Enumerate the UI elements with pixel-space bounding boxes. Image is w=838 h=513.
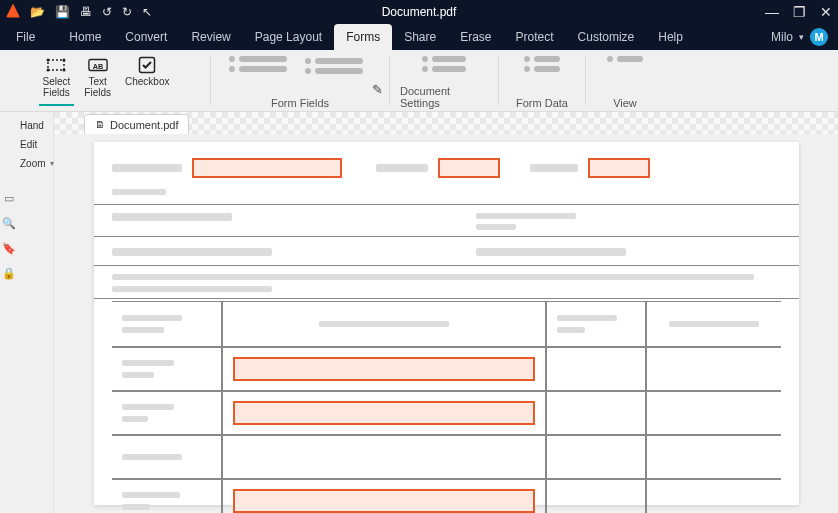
form-table — [112, 301, 781, 513]
table-header-cell — [222, 301, 546, 347]
ribbon: SelectFields AB TextFields Checkbox — [0, 50, 838, 112]
app-logo-icon — [6, 4, 20, 21]
menu-forms[interactable]: Forms — [334, 24, 392, 50]
window-controls: — ❐ ✕ — [765, 4, 832, 20]
svg-point-4 — [63, 69, 66, 72]
user-avatar[interactable]: M — [810, 28, 828, 46]
close-button[interactable]: ✕ — [820, 4, 832, 20]
ribbon-tools-section: SelectFields AB TextFields Checkbox — [6, 50, 206, 111]
bookmark-icon[interactable]: 🔖 — [2, 242, 16, 255]
table-cell — [222, 479, 546, 513]
table-cell — [222, 391, 546, 435]
table-cell — [546, 347, 646, 391]
ribbon-label-form-data: Form Data — [516, 97, 568, 109]
search-icon[interactable]: 🔍 — [2, 217, 16, 230]
table-cell — [112, 479, 222, 513]
table-cell — [646, 347, 781, 391]
workspace: 🗎 Document.pdf — [54, 112, 838, 513]
table-cell — [222, 347, 546, 391]
user-menu-caret-icon[interactable]: ▾ — [799, 32, 804, 42]
menu-protect[interactable]: Protect — [504, 24, 566, 50]
save-icon[interactable]: 💾 — [55, 5, 70, 19]
form-field-1[interactable] — [192, 158, 342, 178]
ribbon-form-data-section: Form Data — [503, 50, 581, 111]
menu-customize[interactable]: Customize — [566, 24, 647, 50]
svg-text:AB: AB — [92, 62, 103, 71]
checkbox-button[interactable]: Checkbox — [121, 54, 173, 100]
form-field-2[interactable] — [438, 158, 500, 178]
form-fields-list-icon[interactable] — [221, 54, 287, 74]
lock-icon[interactable]: 🔒 — [2, 267, 16, 280]
ribbon-doc-settings-section: Document Settings — [394, 50, 494, 111]
table-cell — [112, 347, 222, 391]
svg-point-3 — [47, 69, 50, 72]
sidebar-item-label: Hand — [20, 120, 44, 131]
document-tab-label: Document.pdf — [110, 119, 178, 131]
chevron-down-icon: ▾ — [50, 159, 54, 168]
page-thumb-icon[interactable]: ▭ — [4, 192, 14, 205]
menu-file[interactable]: File — [4, 24, 47, 50]
form-paragraph — [94, 266, 799, 299]
table-cell — [646, 435, 781, 479]
titlebar: 📂 💾 🖶 ↺ ↻ ↖ Document.pdf — ❐ ✕ — [0, 0, 838, 24]
minimize-button[interactable]: — — [765, 4, 779, 20]
ribbon-view-section: View — [590, 50, 660, 111]
pointer-icon[interactable]: ↖ — [142, 5, 152, 19]
select-fields-button[interactable]: SelectFields — [39, 54, 75, 100]
menu-home[interactable]: Home — [57, 24, 113, 50]
form-fields-list2-icon[interactable] — [305, 56, 363, 76]
menu-erase[interactable]: Erase — [448, 24, 503, 50]
table-cell — [112, 435, 222, 479]
svg-rect-0 — [48, 60, 64, 70]
svg-point-1 — [47, 59, 50, 62]
svg-point-2 — [63, 59, 66, 62]
form-field-table-3[interactable] — [233, 489, 535, 513]
table-cell — [222, 435, 546, 479]
form-data-icon[interactable] — [524, 54, 560, 74]
form-header-section — [94, 150, 799, 205]
sidebar-item-label: Zoom — [20, 158, 46, 169]
doc-settings-icon[interactable] — [422, 54, 466, 74]
ribbon-label-form-fields: Form Fields — [271, 97, 329, 109]
table-cell — [546, 391, 646, 435]
menu-share[interactable]: Share — [392, 24, 448, 50]
view-icon[interactable] — [607, 54, 643, 64]
menu-page-layout[interactable]: Page Layout — [243, 24, 334, 50]
pdf-page — [94, 142, 799, 505]
form-field-table-2[interactable] — [233, 401, 535, 425]
table-header-cell — [646, 301, 781, 347]
ribbon-label-doc-settings: Document Settings — [400, 85, 488, 109]
edit-form-fields-icon[interactable]: ✎ — [372, 82, 383, 97]
restore-button[interactable]: ❐ — [793, 4, 806, 20]
select-fields-icon — [46, 56, 66, 74]
table-cell — [546, 479, 646, 513]
table-cell — [646, 391, 781, 435]
titlebar-left: 📂 💾 🖶 ↺ ↻ ↖ — [6, 4, 152, 21]
redo-icon[interactable]: ↻ — [122, 5, 132, 19]
menu-review[interactable]: Review — [179, 24, 242, 50]
main: ✋ Hand ✎ Edit 🔍 Zoom ▾ ▭ 🔍 🔖 🔒 🗎 Documen… — [0, 112, 838, 513]
user-name-label[interactable]: Milo — [771, 30, 793, 44]
open-icon[interactable]: 📂 — [30, 5, 45, 19]
form-mid-section — [94, 205, 799, 237]
sidebar-item-label: Edit — [20, 139, 37, 150]
page-area[interactable] — [54, 134, 838, 513]
table-cell — [646, 479, 781, 513]
undo-icon[interactable]: ↺ — [102, 5, 112, 19]
form-field-3[interactable] — [588, 158, 650, 178]
menubar: File Home Convert Review Page Layout For… — [0, 24, 838, 50]
table-cell — [546, 435, 646, 479]
document-icon: 🗎 — [95, 119, 105, 130]
form-field-table-1[interactable] — [233, 357, 535, 381]
menu-convert[interactable]: Convert — [113, 24, 179, 50]
window-title: Document.pdf — [382, 5, 457, 19]
form-text-row — [94, 237, 799, 266]
document-tab[interactable]: 🗎 Document.pdf — [84, 114, 189, 134]
table-header-cell — [112, 301, 222, 347]
text-fields-button[interactable]: AB TextFields — [80, 54, 115, 100]
table-cell — [112, 391, 222, 435]
table-header-cell — [546, 301, 646, 347]
print-icon[interactable]: 🖶 — [80, 5, 92, 19]
left-rail: ▭ 🔍 🔖 🔒 — [2, 112, 16, 513]
menu-help[interactable]: Help — [646, 24, 695, 50]
